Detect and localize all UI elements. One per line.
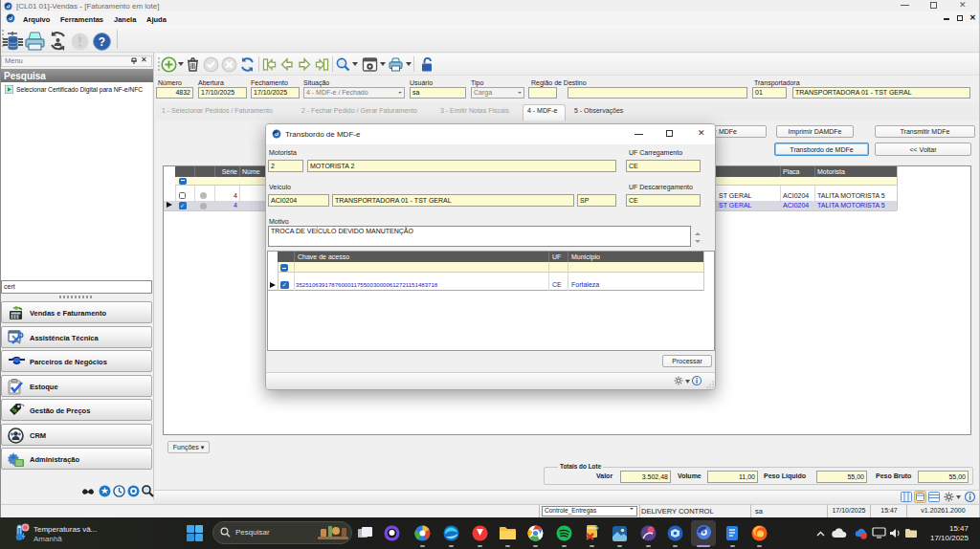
svg-text:?: ? xyxy=(99,35,105,49)
